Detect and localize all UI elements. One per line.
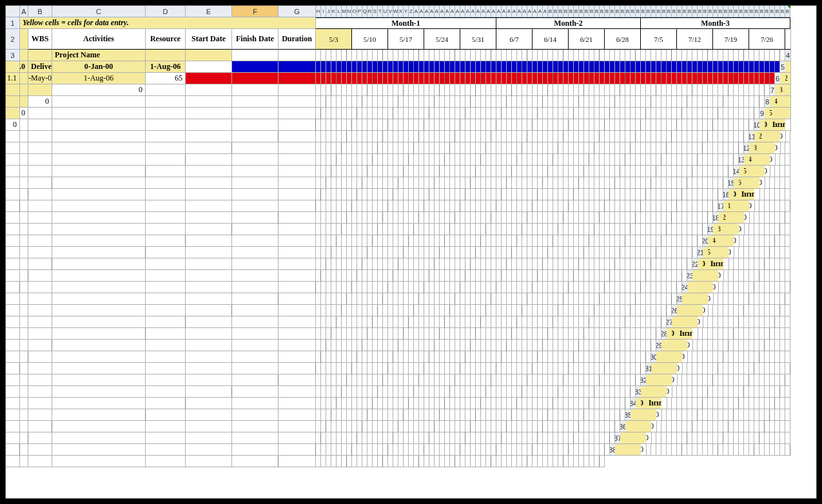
- cell-duration[interactable]: 0: [698, 316, 703, 328]
- cell-duration[interactable]: 0: [759, 177, 765, 189]
- week-header: 5/17: [388, 29, 424, 50]
- cell-finish[interactable]: [20, 96, 28, 108]
- cell-duration[interactable]: 0: [739, 224, 745, 235]
- cell-start[interactable]: [785, 96, 791, 108]
- cell-start[interactable]: [20, 84, 28, 96]
- header-wbs: WBS: [28, 29, 52, 50]
- cell-duration[interactable]: 0: [744, 212, 750, 224]
- week-header: 5/10: [352, 29, 388, 50]
- cell-duration[interactable]: 0: [775, 142, 781, 154]
- cell-duration[interactable]: [661, 398, 667, 409]
- cell-duration[interactable]: 0: [672, 374, 678, 386]
- row-header-3[interactable]: 3: [6, 50, 20, 61]
- col-header-B[interactable]: B: [28, 6, 52, 17]
- week-header: 7/12: [677, 29, 713, 50]
- cell-duration[interactable]: 0: [20, 108, 28, 119]
- cell-duration[interactable]: 0: [780, 131, 786, 142]
- cell-finish[interactable]: [28, 84, 52, 96]
- week-header: 6/21: [569, 29, 605, 50]
- cell-duration[interactable]: 0: [713, 282, 719, 293]
- week-header: 5/24: [424, 29, 460, 50]
- cell-duration[interactable]: [754, 189, 760, 200]
- col-header-D[interactable]: D: [146, 6, 186, 17]
- cell-wbs[interactable]: 1.1: [6, 73, 20, 84]
- cell-duration[interactable]: 0: [28, 96, 52, 108]
- header-activities: Activities: [52, 29, 146, 50]
- cell-duration[interactable]: 0: [749, 200, 755, 212]
- spreadsheet-frame: ABCDEFGHIJKLMNOPQRSTUVWXYZAAAAAAAAAAAAAA…: [5, 5, 817, 499]
- col-header-E[interactable]: E: [186, 6, 232, 17]
- cell-duration[interactable]: 0: [718, 270, 724, 282]
- cell-activities[interactable]: [6, 84, 20, 96]
- cell-duration[interactable]: [785, 119, 791, 131]
- cell-finish[interactable]: [6, 108, 20, 119]
- cell-activities[interactable]: [785, 84, 791, 96]
- cell-duration[interactable]: 0: [646, 432, 652, 444]
- col-header-A[interactable]: A: [20, 6, 28, 17]
- cell-activities[interactable]: Deliverable: [28, 61, 52, 73]
- cell-duration[interactable]: [723, 258, 729, 270]
- note-cell[interactable]: Yellow cells = cells for data entry.: [20, 17, 316, 29]
- month-header: Month-1: [316, 17, 496, 29]
- cell-duration[interactable]: 0: [770, 154, 776, 166]
- cell-duration[interactable]: 0: [729, 247, 734, 258]
- cell-duration[interactable]: 0: [734, 235, 739, 247]
- col-header-C[interactable]: C: [52, 6, 146, 17]
- cell-finish[interactable]: 1-Aug-06: [52, 73, 146, 84]
- month-header: Month-2: [496, 17, 641, 29]
- cell-duration[interactable]: 0: [52, 84, 146, 96]
- cell-wbs[interactable]: 1.0: [20, 61, 28, 73]
- cell-start[interactable]: [146, 50, 186, 61]
- cell-duration[interactable]: 0: [703, 305, 709, 316]
- cell-wbs[interactable]: [28, 50, 52, 61]
- spreadsheet-grid[interactable]: ABCDEFGHIJKLMNOPQRSTUVWXYZAAAAAAAAAAAAAA…: [6, 6, 790, 467]
- cell-duration[interactable]: 0: [677, 363, 683, 374]
- cell-duration[interactable]: 0: [708, 293, 714, 305]
- cell-finish[interactable]: 1-Aug-06: [146, 61, 186, 73]
- week-header: 6/7: [496, 29, 533, 50]
- cell-activities[interactable]: [20, 73, 28, 84]
- cell-finish[interactable]: [186, 50, 232, 61]
- week-header: 7/19: [713, 29, 749, 50]
- cell-duration[interactable]: 0: [6, 119, 20, 131]
- week-header: 6/14: [533, 29, 569, 50]
- cell-finish[interactable]: [785, 108, 791, 119]
- cell-start[interactable]: 0-Jan-00: [52, 61, 146, 73]
- month-header: Month-3: [641, 17, 790, 29]
- row-header-1[interactable]: 1: [6, 17, 20, 29]
- week-header: 6/28: [605, 29, 641, 50]
- cell-duration[interactable]: 0: [682, 351, 688, 363]
- header-finish: Finish Date: [232, 29, 279, 50]
- cell-duration[interactable]: 0: [656, 409, 662, 421]
- cell-start[interactable]: [6, 96, 20, 108]
- row-header-2[interactable]: 2: [6, 29, 20, 50]
- col-header-F[interactable]: F: [232, 6, 279, 17]
- header-duration: Duration: [279, 29, 316, 50]
- cell-start[interactable]: 3-May-06: [28, 73, 52, 84]
- cell-duration[interactable]: [692, 328, 698, 340]
- header-start: Start Date: [186, 29, 232, 50]
- col-header-G[interactable]: G: [279, 6, 316, 17]
- cell-duration[interactable]: 0: [641, 444, 647, 456]
- cell-duration[interactable]: 0: [667, 386, 672, 398]
- cell-duration[interactable]: 65: [146, 73, 186, 84]
- cell-duration[interactable]: [232, 50, 279, 61]
- week-header: 7/5: [641, 29, 677, 50]
- week-header: 5/3: [316, 29, 352, 50]
- cell-duration[interactable]: 0: [765, 166, 770, 177]
- header-resource: Resource: [146, 29, 186, 50]
- week-header: 5/31: [460, 29, 496, 50]
- cell-duration[interactable]: 0: [687, 340, 693, 351]
- cell-wbs[interactable]: 1.2: [785, 73, 791, 84]
- row-header-4[interactable]: 4: [785, 50, 791, 61]
- cell-duration[interactable]: [186, 61, 232, 73]
- week-header: 7/26: [749, 29, 785, 50]
- cell-activities[interactable]: Project Name: [52, 50, 146, 61]
- cell-duration[interactable]: 0: [651, 421, 657, 432]
